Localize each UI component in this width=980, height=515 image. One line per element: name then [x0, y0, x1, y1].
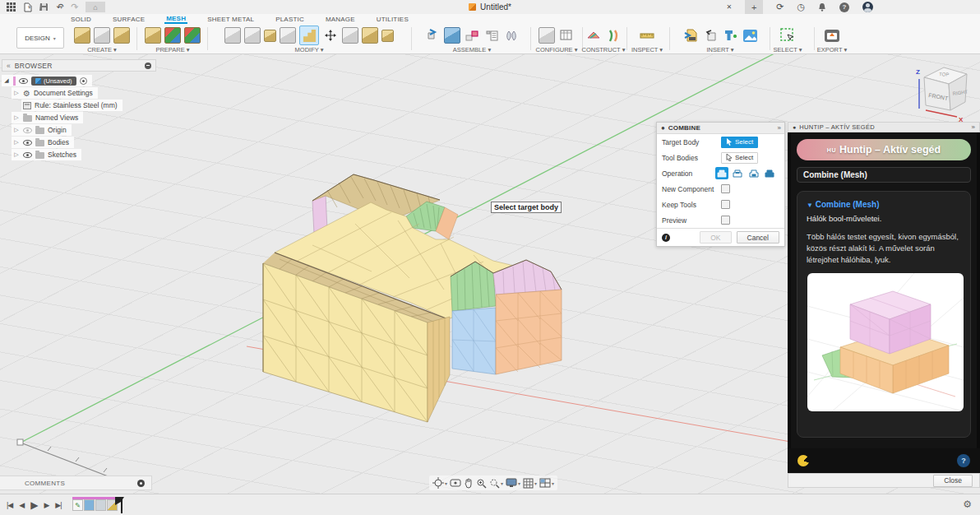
create-revolve-icon[interactable]: [113, 27, 130, 44]
huntip-help-button[interactable]: ?: [957, 454, 970, 467]
joint-icon[interactable]: [464, 27, 480, 44]
expand-icon[interactable]: ▷: [13, 114, 20, 121]
orbit-icon[interactable]: ▾: [432, 477, 447, 489]
huntip-close-button[interactable]: Close: [933, 475, 973, 487]
offset-plane-icon[interactable]: [605, 27, 622, 44]
tab-solid[interactable]: SOLID: [69, 16, 93, 23]
timeline-item-sketch[interactable]: ✎: [72, 499, 83, 511]
user-avatar[interactable]: [862, 2, 873, 12]
construct-plane-icon[interactable]: [585, 27, 602, 44]
combine-tool-icon-active[interactable]: [299, 26, 319, 45]
tab-manage[interactable]: MANAGE: [324, 16, 357, 23]
generate-mesh-icon[interactable]: [145, 27, 161, 44]
tab-surface[interactable]: SURFACE: [111, 16, 146, 23]
browser-item-document-settings[interactable]: ▷ ⚙ Document Settings: [12, 87, 98, 99]
insert-derive-icon[interactable]: [424, 27, 441, 44]
combine-dialog-header[interactable]: ● COMBINE »: [657, 123, 784, 134]
help-icon[interactable]: ?: [839, 2, 849, 12]
configuration-icon[interactable]: [539, 27, 555, 44]
comments-bar[interactable]: COMMENTS: [0, 476, 152, 490]
browser-item-rule[interactable]: Rule: Stainless Steel (mm): [21, 100, 122, 111]
operation-cut-button[interactable]: [732, 167, 744, 179]
tool-bodies-select-button[interactable]: Select: [721, 152, 758, 164]
collapse-caret-icon[interactable]: ▼: [807, 202, 813, 209]
expand-icon[interactable]: ▷: [13, 139, 20, 146]
activate-component-radio[interactable]: [80, 77, 87, 85]
operation-new-body-button[interactable]: [764, 167, 776, 179]
browser-item-sketches[interactable]: ▷ Sketches: [12, 149, 81, 160]
viewports-icon[interactable]: ▾: [539, 478, 554, 488]
mesh-right-end-face[interactable]: [428, 317, 450, 422]
export-icon[interactable]: [824, 27, 840, 44]
select-tool-icon[interactable]: [779, 27, 796, 44]
new-component-icon[interactable]: [444, 27, 460, 44]
display-settings-icon[interactable]: ▾: [506, 478, 520, 488]
tab-mesh[interactable]: MESH: [164, 15, 187, 24]
job-status-icon[interactable]: ◷: [797, 2, 805, 12]
timeline-settings-gear-icon[interactable]: ⚙: [963, 499, 972, 510]
tab-utilities[interactable]: UTILITIES: [375, 16, 410, 23]
root-expand-icon[interactable]: ◢: [3, 77, 10, 84]
visibility-icon[interactable]: [23, 140, 32, 146]
keep-tools-checkbox[interactable]: [721, 200, 730, 209]
browser-item-bodies[interactable]: ▷ Bodies: [12, 137, 74, 148]
browser-item-named-views[interactable]: ▷ Named Views: [12, 112, 83, 123]
tab-sheet-metal[interactable]: SHEET METAL: [206, 16, 256, 23]
config-table-icon[interactable]: [558, 27, 575, 44]
erase-fill-icon[interactable]: [264, 30, 276, 42]
shell-icon[interactable]: [280, 27, 296, 44]
cancel-button[interactable]: Cancel: [737, 231, 779, 244]
timeline-step-forward-button[interactable]: ▶: [44, 501, 49, 509]
new-tab-icon[interactable]: +: [745, 0, 763, 14]
insert-fastener-icon[interactable]: [722, 27, 738, 44]
operation-intersect-button[interactable]: [747, 167, 760, 179]
notifications-bell-icon[interactable]: [818, 2, 826, 12]
tab-plastic[interactable]: PLASTIC: [274, 16, 306, 23]
timeline-item-mesh-body-1[interactable]: [84, 499, 95, 511]
add-comment-icon[interactable]: [137, 480, 145, 487]
timeline-playhead[interactable]: [118, 497, 126, 513]
repair-mesh-icon[interactable]: [164, 27, 181, 44]
create-mesh-icon[interactable]: [74, 27, 90, 44]
new-component-checkbox[interactable]: [721, 184, 730, 193]
card-title[interactable]: ▼ Combine (Mesh): [807, 200, 961, 209]
fit-icon[interactable]: ▾: [489, 478, 503, 489]
remesh-icon[interactable]: [184, 27, 201, 44]
reduce-icon[interactable]: [381, 30, 394, 42]
workspace-switcher[interactable]: DESIGN▾: [16, 27, 64, 49]
browser-root-row[interactable]: ◢ (Unsaved): [2, 75, 92, 86]
timeline-go-end-button[interactable]: ▶|: [55, 501, 61, 509]
insert-canvas-icon[interactable]: [742, 27, 758, 44]
info-icon[interactable]: i: [662, 234, 670, 242]
expand-icon[interactable]: ▷: [13, 127, 20, 133]
close-document-icon[interactable]: ✕: [726, 3, 732, 11]
target-body-select-button[interactable]: Select: [721, 137, 758, 148]
expand-icon[interactable]: ▷: [13, 151, 20, 158]
pan-icon[interactable]: [464, 478, 474, 489]
expand-icon[interactable]: ▷: [13, 90, 20, 96]
split-face-icon[interactable]: [224, 27, 241, 44]
capture-position-icon[interactable]: [503, 27, 520, 44]
insert-svg-icon[interactable]: [682, 27, 699, 44]
visibility-icon[interactable]: [23, 152, 32, 158]
visibility-off-icon[interactable]: [23, 128, 32, 133]
look-at-icon[interactable]: [450, 478, 461, 488]
create-primitive-icon[interactable]: [94, 27, 110, 44]
panel-overflow-icon[interactable]: »: [972, 123, 975, 131]
root-visibility-icon[interactable]: [19, 78, 28, 84]
reverse-normal-icon[interactable]: [342, 27, 358, 44]
timeline-step-back-button[interactable]: ◀: [19, 501, 24, 509]
browser-collapse-icon[interactable]: «: [7, 62, 11, 70]
timeline-go-start-button[interactable]: |◀: [7, 501, 12, 509]
operation-join-button[interactable]: [715, 167, 728, 179]
plane-cut-icon[interactable]: [244, 27, 261, 44]
zoom-icon[interactable]: [476, 478, 487, 489]
move-icon[interactable]: [322, 27, 339, 44]
browser-header[interactable]: « BROWSER: [2, 59, 156, 72]
huntip-logo-icon[interactable]: [797, 455, 809, 466]
browser-item-origin[interactable]: ▷ Origin: [12, 124, 72, 136]
huntip-topic-bar[interactable]: Combine (Mesh): [797, 167, 971, 183]
timeline-play-button[interactable]: ▶: [30, 499, 37, 511]
sync-status-icon[interactable]: ⟳: [776, 2, 784, 12]
mesh-orange-face[interactable]: [496, 290, 562, 374]
